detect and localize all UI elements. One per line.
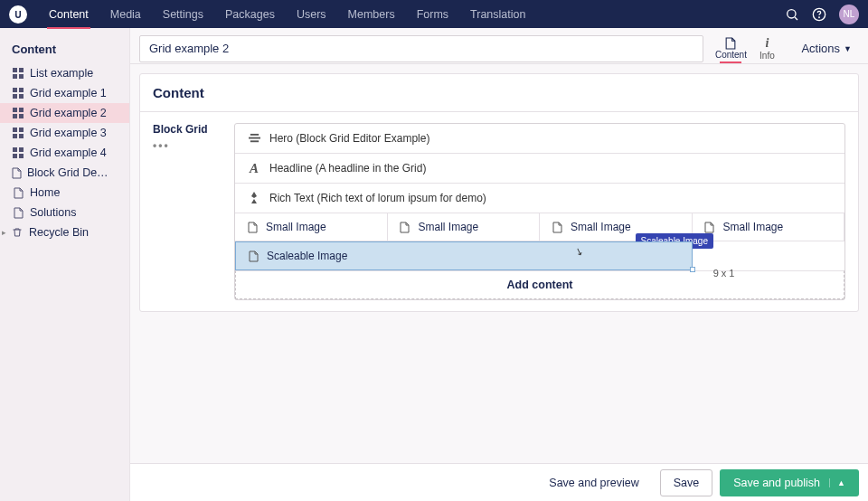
grid-icon [12,87,24,99]
tree-item-list-example[interactable]: List example [0,63,129,83]
resize-handle[interactable] [690,242,693,269]
logo[interactable] [9,5,27,24]
panel-heading: Content [140,74,858,112]
top-nav: Content Media Settings Packages Users Me… [0,0,868,28]
tree-item-demo-blocks[interactable]: Block Grid Demo Blo… [0,163,129,183]
block-label: Small Image [266,221,326,233]
app-label: Info [760,51,775,61]
svg-rect-5 [19,68,24,72]
save-preview-button[interactable]: Save and preview [535,469,652,496]
app-label: Content [715,50,747,60]
actions-dropdown[interactable]: Actions ▼ [794,36,859,61]
nav-sections: Content Media Settings Packages Users Me… [38,0,536,28]
svg-rect-6 [13,74,17,79]
svg-rect-21 [19,147,24,152]
cursor-icon: ↘ [573,245,585,259]
trash-icon [11,226,24,239]
svg-rect-13 [19,108,24,112]
nav-members[interactable]: Members [337,0,406,28]
nav-content[interactable]: Content [38,0,99,28]
svg-rect-16 [13,128,17,132]
block-label: Headline (A headline in the Grid) [269,162,426,175]
tree-item-grid-1[interactable]: Grid example 1 [0,83,129,103]
svg-rect-18 [13,134,17,138]
block-label: Small Image [419,221,479,233]
svg-rect-19 [19,134,24,138]
content-tree: Content List example Grid example 1 Grid… [0,28,130,501]
tree-heading: Content [0,33,129,63]
headline-icon: A [248,162,260,175]
tree-item-grid-2[interactable]: Grid example 2 [0,103,129,123]
block-small-image-1[interactable]: Small Image [235,213,388,241]
block-label: Hero (Block Grid Editor Example) [269,132,429,145]
nav-media[interactable]: Media [99,0,152,28]
svg-rect-10 [13,94,17,99]
document-icon [12,186,24,199]
grid-icon [12,147,24,159]
chevron-down-icon: ▼ [844,44,852,53]
nav-translation[interactable]: Translation [459,0,536,28]
app-info[interactable]: i Info [749,34,785,62]
document-icon [12,206,24,219]
save-button[interactable]: Save [660,469,713,496]
grid-icon [12,107,24,119]
document-icon [724,37,737,50]
svg-rect-8 [13,88,17,92]
editor-header: Content i Info Actions ▼ [130,28,868,64]
tree-item-grid-4[interactable]: Grid example 4 [0,143,129,163]
block-hero[interactable]: Hero (Block Grid Editor Example) [235,124,844,154]
tree-label: Home [30,186,60,199]
chevron-up-icon[interactable]: ▲ [829,478,845,487]
grid-icon [12,67,24,80]
svg-rect-15 [19,114,24,118]
block-richtext[interactable]: Rich Text (Rich text of lorum ipsum for … [235,184,844,213]
user-avatar[interactable]: NL [839,5,859,24]
actions-label: Actions [801,42,840,55]
property-menu-icon[interactable]: ••• [153,139,234,152]
add-content-button[interactable]: Add content [235,270,844,299]
content-panel: Content Block Grid ••• Hero (Block Grid … [139,73,859,312]
hero-icon [248,132,260,145]
tree-label: Grid example 3 [30,127,107,139]
tree-item-solutions[interactable]: Solutions [0,203,129,222]
search-icon[interactable] [785,7,799,22]
resize-grip-icon[interactable] [690,267,695,272]
block-small-image-4[interactable]: Small Image [693,213,845,241]
block-headline[interactable]: A Headline (A headline in the Grid) [235,154,844,184]
svg-rect-17 [19,128,24,132]
tree-item-home[interactable]: Home [0,183,129,203]
chevron-right-icon[interactable]: ▸ [2,228,11,237]
block-label: Small Image [571,221,631,233]
tree-item-grid-3[interactable]: Grid example 3 [0,123,129,143]
document-icon [12,166,22,179]
save-publish-button[interactable]: Save and publish ▲ [720,469,859,496]
editor-footer: Save and preview Save Save and publish ▲ [130,463,868,501]
svg-rect-9 [19,88,24,92]
recycle-bin[interactable]: Recycle Bin [29,226,89,239]
block-size-label: 9 x 1 [713,268,735,279]
nav-forms[interactable]: Forms [406,0,459,28]
property-label: Block Grid [153,123,234,136]
app-content[interactable]: Content [712,34,749,62]
block-scaleable-image[interactable]: Scaleable Image ↘ 9 x 1 [235,241,693,270]
nav-users[interactable]: Users [286,0,337,28]
tree-label: Grid example 1 [30,87,107,99]
scaleable-row: Scaleable Image ↘ 9 x 1 [235,241,844,270]
svg-line-1 [795,17,797,20]
block-small-image-2[interactable]: Small Image [388,213,541,241]
svg-rect-7 [19,74,24,79]
page-title-input[interactable] [139,35,703,62]
small-image-row: Small Image Small Image Small Image [235,213,844,241]
svg-rect-25 [249,137,260,138]
svg-rect-4 [13,68,17,72]
nav-packages[interactable]: Packages [214,0,286,28]
richtext-icon [248,192,260,204]
help-icon[interactable] [812,7,826,22]
tree-label: Grid example 2 [30,107,107,119]
publish-label: Save and publish [733,477,820,489]
grid-icon [12,127,24,139]
svg-point-3 [819,17,820,18]
nav-settings[interactable]: Settings [152,0,214,28]
document-icon [399,221,411,233]
svg-rect-14 [13,114,17,118]
